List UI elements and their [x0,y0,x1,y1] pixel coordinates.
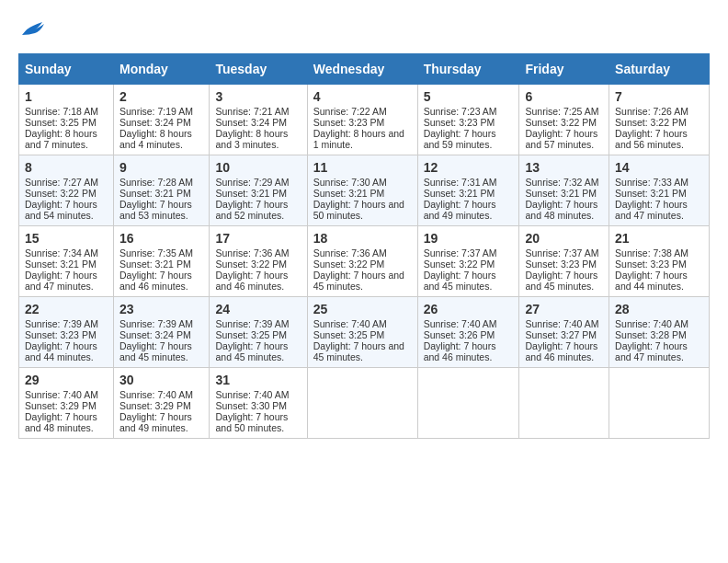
calendar-cell: 12Sunrise: 7:31 AMSunset: 3:21 PMDayligh… [417,155,519,226]
calendar-cell: 28Sunrise: 7:40 AMSunset: 3:28 PMDayligh… [609,297,710,368]
sunset-text: Sunset: 3:24 PM [119,117,191,128]
day-number: 29 [25,373,108,387]
calendar-table: SundayMondayTuesdayWednesdayThursdayFrid… [18,53,710,439]
day-number: 13 [525,160,603,175]
daylight-text: Daylight: 7 hours and 45 minutes. [119,340,192,362]
daylight-text: Daylight: 7 hours and 46 minutes. [119,270,192,292]
sunset-text: Sunset: 3:21 PM [119,188,191,199]
sunrise-text: Sunrise: 7:26 AM [615,106,688,117]
sunrise-text: Sunrise: 7:33 AM [615,177,688,188]
day-number: 10 [215,160,301,175]
calendar-week-row: 15Sunrise: 7:34 AMSunset: 3:21 PMDayligh… [19,226,710,297]
sunset-text: Sunset: 3:25 PM [25,117,97,128]
calendar-cell: 31Sunrise: 7:40 AMSunset: 3:30 PMDayligh… [210,368,307,439]
day-number: 11 [313,160,412,175]
sunrise-text: Sunrise: 7:40 AM [525,318,598,329]
daylight-text: Daylight: 7 hours and 46 minutes. [424,340,496,362]
day-number: 9 [119,160,203,175]
day-number: 1 [25,89,108,104]
sunrise-text: Sunrise: 7:39 AM [25,318,98,329]
calendar-cell: 21Sunrise: 7:38 AMSunset: 3:23 PMDayligh… [609,226,710,297]
daylight-text: Daylight: 7 hours and 47 minutes. [25,270,97,292]
sunrise-text: Sunrise: 7:40 AM [424,318,497,329]
sunset-text: Sunset: 3:21 PM [615,188,687,199]
daylight-text: Daylight: 7 hours and 46 minutes. [215,270,288,292]
calendar-cell [307,368,417,439]
day-number: 3 [215,89,301,104]
sunset-text: Sunset: 3:21 PM [313,188,385,199]
calendar-cell [417,368,519,439]
calendar-cell: 5Sunrise: 7:23 AMSunset: 3:23 PMDaylight… [417,85,519,155]
day-number: 25 [313,302,412,316]
page-header [18,18,710,39]
daylight-text: Daylight: 7 hours and 52 minutes. [215,199,288,221]
sunrise-text: Sunrise: 7:21 AM [215,106,289,117]
sunset-text: Sunset: 3:25 PM [313,329,385,340]
day-number: 24 [215,302,301,316]
sunrise-text: Sunrise: 7:39 AM [119,318,193,329]
calendar-week-row: 29Sunrise: 7:40 AMSunset: 3:29 PMDayligh… [19,368,710,439]
calendar-cell: 17Sunrise: 7:36 AMSunset: 3:22 PMDayligh… [210,226,307,297]
day-number: 28 [615,302,703,316]
sunrise-text: Sunrise: 7:22 AM [313,106,387,117]
sunset-text: Sunset: 3:23 PM [615,259,687,270]
calendar-cell: 14Sunrise: 7:33 AMSunset: 3:21 PMDayligh… [609,155,710,226]
sunrise-text: Sunrise: 7:23 AM [424,106,497,117]
daylight-text: Daylight: 7 hours and 47 minutes. [615,340,688,362]
sunrise-text: Sunrise: 7:36 AM [215,247,289,259]
calendar-cell: 2Sunrise: 7:19 AMSunset: 3:24 PMDaylight… [114,85,210,155]
daylight-text: Daylight: 7 hours and 46 minutes. [525,340,597,362]
day-number: 18 [313,231,412,246]
calendar-cell: 26Sunrise: 7:40 AMSunset: 3:26 PMDayligh… [417,297,519,368]
sunrise-text: Sunrise: 7:37 AM [525,247,598,259]
day-header-tuesday: Tuesday [210,54,307,85]
daylight-text: Daylight: 7 hours and 53 minutes. [119,199,192,221]
day-number: 27 [525,302,603,316]
day-number: 5 [424,89,514,104]
sunset-text: Sunset: 3:22 PM [424,259,495,270]
calendar-cell [609,368,710,439]
day-number: 15 [25,231,108,246]
sunrise-text: Sunrise: 7:38 AM [615,247,688,259]
day-number: 30 [119,373,203,387]
day-number: 2 [119,89,203,104]
calendar-cell: 19Sunrise: 7:37 AMSunset: 3:22 PMDayligh… [417,226,519,297]
calendar-cell: 27Sunrise: 7:40 AMSunset: 3:27 PMDayligh… [519,297,609,368]
logo [18,18,46,39]
sunrise-text: Sunrise: 7:29 AM [215,177,289,188]
sunrise-text: Sunrise: 7:31 AM [424,177,497,188]
daylight-text: Daylight: 8 hours and 7 minutes. [25,128,97,150]
sunrise-text: Sunrise: 7:40 AM [25,389,98,400]
sunrise-text: Sunrise: 7:40 AM [313,318,387,329]
day-number: 14 [615,160,703,175]
calendar-cell: 29Sunrise: 7:40 AMSunset: 3:29 PMDayligh… [19,368,114,439]
daylight-text: Daylight: 7 hours and 44 minutes. [25,340,97,362]
daylight-text: Daylight: 7 hours and 59 minutes. [424,128,496,150]
daylight-text: Daylight: 7 hours and 54 minutes. [25,199,97,221]
sunset-text: Sunset: 3:25 PM [215,329,287,340]
sunset-text: Sunset: 3:23 PM [313,117,385,128]
calendar-cell: 23Sunrise: 7:39 AMSunset: 3:24 PMDayligh… [114,297,210,368]
daylight-text: Daylight: 7 hours and 45 minutes. [313,340,404,362]
sunrise-text: Sunrise: 7:32 AM [525,177,598,188]
sunset-text: Sunset: 3:22 PM [215,259,287,270]
day-number: 16 [119,231,203,246]
daylight-text: Daylight: 7 hours and 49 minutes. [424,199,496,221]
day-header-monday: Monday [114,54,210,85]
day-number: 6 [525,89,603,104]
calendar-cell: 30Sunrise: 7:40 AMSunset: 3:29 PMDayligh… [114,368,210,439]
sunrise-text: Sunrise: 7:19 AM [119,106,193,117]
day-number: 20 [525,231,603,246]
sunset-text: Sunset: 3:22 PM [25,188,97,199]
sunrise-text: Sunrise: 7:40 AM [119,389,193,400]
sunset-text: Sunset: 3:22 PM [525,117,597,128]
sunrise-text: Sunrise: 7:37 AM [424,247,497,259]
sunset-text: Sunset: 3:24 PM [119,329,191,340]
sunset-text: Sunset: 3:22 PM [615,117,687,128]
daylight-text: Daylight: 8 hours and 3 minutes. [215,128,288,150]
sunset-text: Sunset: 3:29 PM [119,400,191,411]
sunset-text: Sunset: 3:27 PM [525,329,597,340]
sunset-text: Sunset: 3:26 PM [424,329,495,340]
daylight-text: Daylight: 7 hours and 45 minutes. [424,270,496,292]
sunrise-text: Sunrise: 7:34 AM [25,247,98,259]
